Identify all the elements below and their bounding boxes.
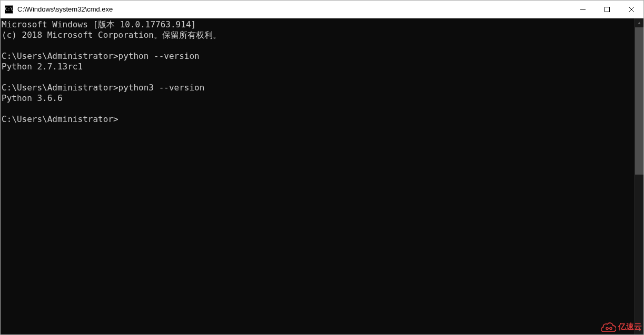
scrollbar-track[interactable] bbox=[635, 27, 643, 326]
close-icon bbox=[629, 7, 634, 12]
scroll-down-arrow[interactable]: ▼ bbox=[635, 326, 643, 334]
prompt: C:\Users\Administrator> bbox=[2, 83, 118, 93]
command-text: python --version bbox=[118, 51, 200, 61]
window-title: C:\Windows\system32\cmd.exe bbox=[17, 5, 571, 13]
svg-rect-1 bbox=[605, 7, 610, 12]
terminal-area: Microsoft Windows [版本 10.0.17763.914] (c… bbox=[1, 18, 643, 334]
current-prompt: C:\Users\Administrator> bbox=[2, 114, 118, 124]
maximize-icon bbox=[605, 7, 610, 12]
terminal-output[interactable]: Microsoft Windows [版本 10.0.17763.914] (c… bbox=[1, 18, 635, 334]
header-line: (c) 2018 Microsoft Corporation。保留所有权利。 bbox=[2, 30, 221, 40]
window-controls bbox=[571, 1, 643, 18]
cmd-icon: C:\ bbox=[5, 5, 13, 14]
header-line: Microsoft Windows [版本 10.0.17763.914] bbox=[2, 19, 196, 29]
cmd-window: C:\ C:\Windows\system32\cmd.exe Microsof… bbox=[0, 0, 644, 335]
titlebar[interactable]: C:\ C:\Windows\system32\cmd.exe bbox=[1, 1, 643, 18]
maximize-button[interactable] bbox=[595, 1, 619, 18]
prompt: C:\Users\Administrator> bbox=[2, 51, 118, 61]
scrollbar-thumb[interactable] bbox=[635, 27, 643, 175]
minimize-button[interactable] bbox=[571, 1, 595, 18]
scroll-up-arrow[interactable]: ▲ bbox=[635, 18, 643, 27]
close-button[interactable] bbox=[619, 1, 643, 18]
minimize-icon bbox=[580, 7, 586, 12]
vertical-scrollbar[interactable]: ▲ ▼ bbox=[635, 18, 643, 334]
command-text: python3 --version bbox=[118, 83, 205, 93]
output-line: Python 2.7.13rc1 bbox=[2, 62, 83, 72]
output-line: Python 3.6.6 bbox=[2, 93, 63, 103]
